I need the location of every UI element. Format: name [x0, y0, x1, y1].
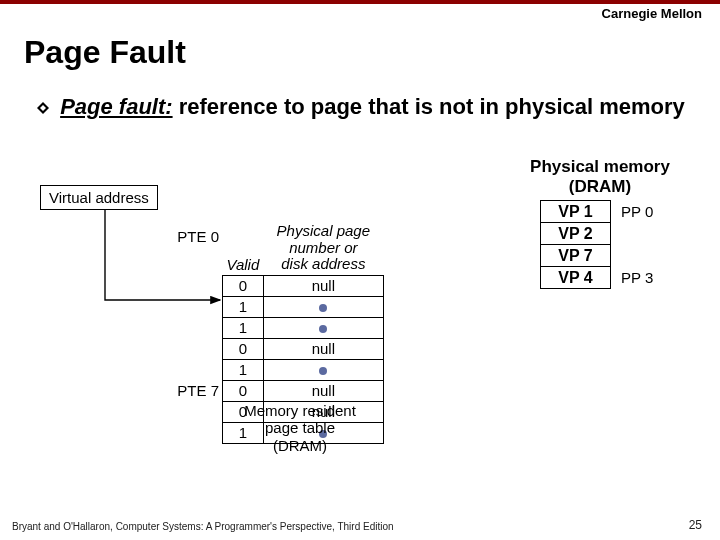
bullet-rest: reference to page that is not in physica… [173, 94, 685, 119]
pm-vp-cell: VP 2 [541, 223, 611, 245]
pte0-label: PTE 0 [174, 228, 219, 245]
physical-memory-heading: Physical memory (DRAM) [520, 157, 680, 196]
page-table-header-row: Valid Physical page number or disk addre… [223, 223, 384, 275]
physical-memory-table: VP 1PP 0VP 2VP 7VP 4PP 3 [540, 200, 655, 289]
dot-icon [319, 325, 327, 333]
dot-icon [319, 304, 327, 312]
page-table-caption: Memory resident page table (DRAM) [225, 402, 375, 454]
pte-addr-cell: null [263, 275, 383, 296]
pm-row: VP 2 [541, 223, 655, 245]
page-table-row: 0null [223, 338, 384, 359]
page-table-row: 1 [223, 359, 384, 380]
pte-valid-cell: 1 [223, 359, 264, 380]
pm-vp-cell: VP 1 [541, 201, 611, 223]
page-table-row: 0null [223, 275, 384, 296]
pte-addr-cell [263, 296, 383, 317]
pte-valid-cell: 0 [223, 338, 264, 359]
pm-vp-cell: VP 7 [541, 245, 611, 267]
page-table-row: 1 [223, 317, 384, 338]
footer-text: Bryant and O'Hallaron, Computer Systems:… [12, 521, 394, 532]
brand-label: Carnegie Mellon [602, 6, 702, 21]
pte-addr-cell [263, 359, 383, 380]
pte-valid-cell: 0 [223, 380, 264, 401]
header-valid: Valid [223, 223, 264, 275]
dot-icon [319, 367, 327, 375]
pte-valid-cell: 1 [223, 296, 264, 317]
pm-row: VP 4PP 3 [541, 267, 655, 289]
bullet-icon [36, 95, 54, 121]
pm-pp-label [611, 245, 655, 267]
top-accent-bar [0, 0, 720, 4]
pm-row: VP 7 [541, 245, 655, 267]
pte-valid-cell: 1 [223, 317, 264, 338]
pm-pp-label [611, 223, 655, 245]
pm-row: VP 1PP 0 [541, 201, 655, 223]
virtual-address-box: Virtual address [40, 185, 158, 210]
pte-addr-cell: null [263, 338, 383, 359]
page-table-row: 1 [223, 296, 384, 317]
bullet-term: Page fault: [60, 94, 172, 119]
page-number: 25 [689, 518, 702, 532]
pte-addr-cell [263, 317, 383, 338]
pm-pp-label: PP 3 [611, 267, 655, 289]
pte-addr-cell: null [263, 380, 383, 401]
main-bullet: Page fault: reference to page that is no… [36, 94, 685, 121]
pte7-label: PTE 7 [174, 382, 219, 399]
header-ppn: Physical page number or disk address [263, 223, 383, 275]
pm-pp-label: PP 0 [611, 201, 655, 223]
pm-vp-cell: VP 4 [541, 267, 611, 289]
pte-valid-cell: 0 [223, 275, 264, 296]
page-table-row: 0null [223, 380, 384, 401]
slide-title: Page Fault [24, 34, 186, 71]
